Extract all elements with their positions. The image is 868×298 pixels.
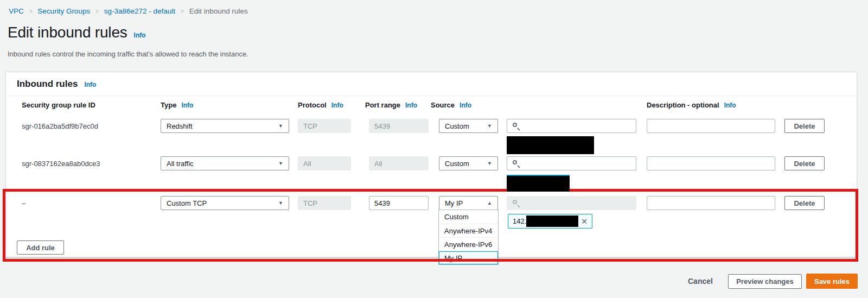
source-mode-select[interactable]: Custom ▼ <box>439 119 498 133</box>
panel-title: Inbound rules <box>17 79 78 90</box>
port-range-field <box>369 156 429 170</box>
redacted-source-value <box>507 175 570 192</box>
dropdown-option-anywhere-ipv6[interactable]: Anywhere-IPv6 <box>439 237 498 251</box>
column-header-label: Type <box>161 101 176 109</box>
column-header-label: Port range <box>365 101 400 109</box>
chevron-down-icon: ▼ <box>278 161 283 166</box>
description-input[interactable] <box>647 156 775 170</box>
source-mode-select[interactable]: Custom ▼ <box>439 156 498 170</box>
column-header-label: Security group rule ID <box>22 101 95 109</box>
type-select[interactable]: Custom TCP ▼ <box>161 196 289 210</box>
column-header-type: Type Info <box>161 101 193 109</box>
panel-info-link[interactable]: Info <box>84 81 96 88</box>
rule-id-text: sgr-0837162ea8ab0dce3 <box>22 156 152 170</box>
dropdown-option-anywhere-ipv4[interactable]: Anywhere-IPv4 <box>439 224 498 237</box>
breadcrumb-security-groups[interactable]: Security Groups <box>37 7 90 15</box>
type-select-value: Custom TCP <box>167 199 207 207</box>
page-title-info-link[interactable]: Info <box>134 31 146 39</box>
source-mode-value: Custom <box>445 160 469 168</box>
panel-divider <box>6 96 857 96</box>
breadcrumb-security-group-id[interactable]: sg-3a86e272 - default <box>104 7 175 15</box>
column-header-label: Protocol <box>298 101 327 109</box>
delete-button[interactable]: Delete <box>784 119 825 133</box>
rule-id-text: sgr-016a2ba5df9b7ec0d <box>22 119 152 133</box>
chevron-right-icon: > <box>29 7 32 15</box>
chevron-down-icon: ▼ <box>487 123 492 129</box>
breadcrumb-vpc[interactable]: VPC <box>9 7 24 15</box>
protocol-field <box>298 119 351 133</box>
type-select-value: Redshift <box>167 122 193 130</box>
chevron-down-icon: ▼ <box>487 161 492 166</box>
protocol-info-link[interactable]: Info <box>331 102 343 109</box>
port-range-info-link[interactable]: Info <box>405 102 417 109</box>
save-rules-button[interactable]: Save rules <box>806 274 858 289</box>
breadcrumb-current: Edit inbound rules <box>189 7 248 15</box>
edit-inbound-rules-page: VPC > Security Groups > sg-3a86e272 - de… <box>0 0 868 298</box>
source-mode-value: My IP <box>445 199 463 207</box>
port-range-field <box>369 119 429 133</box>
preview-changes-button[interactable]: Preview changes <box>728 274 802 289</box>
delete-button[interactable]: Delete <box>784 156 825 170</box>
column-header-source: Source Info <box>431 101 471 109</box>
delete-button[interactable]: Delete <box>784 196 825 210</box>
search-icon <box>513 200 517 204</box>
source-search-wrap <box>507 196 636 210</box>
column-header-label: Source <box>431 101 455 109</box>
description-input[interactable] <box>647 196 775 210</box>
source-search-input-disabled <box>507 196 636 210</box>
page-description: Inbound rules control the incoming traff… <box>8 50 248 58</box>
dropdown-option-custom[interactable]: Custom <box>439 210 498 224</box>
source-mode-select-open[interactable]: My IP ▲ <box>439 196 498 210</box>
search-icon <box>513 123 517 127</box>
protocol-field <box>298 196 351 210</box>
source-search-input[interactable] <box>507 156 636 170</box>
rule-id-text: – <box>22 196 152 210</box>
source-mode-dropdown-list: Custom Anywhere-IPv4 Anywhere-IPv6 My IP <box>438 210 499 265</box>
redacted-ip <box>526 215 578 227</box>
column-header-label: Description - optional <box>647 101 719 109</box>
cancel-button[interactable]: Cancel <box>688 277 713 286</box>
description-info-link[interactable]: Info <box>724 102 736 109</box>
source-mode-value: Custom <box>445 122 469 130</box>
type-select[interactable]: Redshift ▼ <box>161 119 289 133</box>
protocol-field <box>298 156 351 170</box>
source-cidr-tag: 142. ✕ <box>508 214 592 229</box>
source-search-wrap <box>507 119 636 133</box>
chevron-right-icon: > <box>181 7 183 15</box>
source-cidr-tag-text: 142. <box>513 217 526 225</box>
chevron-right-icon: > <box>95 7 98 15</box>
add-rule-button[interactable]: Add rule <box>17 240 64 255</box>
port-range-input[interactable] <box>369 196 429 210</box>
remove-tag-icon[interactable]: ✕ <box>581 218 588 225</box>
dropdown-option-my-ip[interactable]: My IP <box>439 251 498 264</box>
type-info-link[interactable]: Info <box>181 102 193 109</box>
chevron-up-icon: ▲ <box>487 200 492 206</box>
column-header-protocol: Protocol Info <box>298 101 343 109</box>
chevron-down-icon: ▼ <box>278 123 283 129</box>
column-header-rule-id: Security group rule ID <box>22 101 95 109</box>
chevron-down-icon: ▼ <box>278 200 283 206</box>
source-info-link[interactable]: Info <box>459 102 471 109</box>
source-search-input[interactable] <box>507 119 636 133</box>
page-title-row: Edit inbound rules Info <box>8 24 146 41</box>
description-input[interactable] <box>647 119 775 133</box>
page-title: Edit inbound rules <box>8 24 127 41</box>
redacted-source-value <box>507 136 594 154</box>
search-icon <box>513 160 517 164</box>
column-header-port-range: Port range Info <box>365 101 417 109</box>
type-select[interactable]: All traffic ▼ <box>161 156 289 170</box>
breadcrumb: VPC > Security Groups > sg-3a86e272 - de… <box>9 7 248 15</box>
source-search-wrap <box>507 156 636 170</box>
panel-header: Inbound rules Info <box>17 79 96 90</box>
column-header-description: Description - optional Info <box>647 101 736 109</box>
type-select-value: All traffic <box>167 160 194 168</box>
